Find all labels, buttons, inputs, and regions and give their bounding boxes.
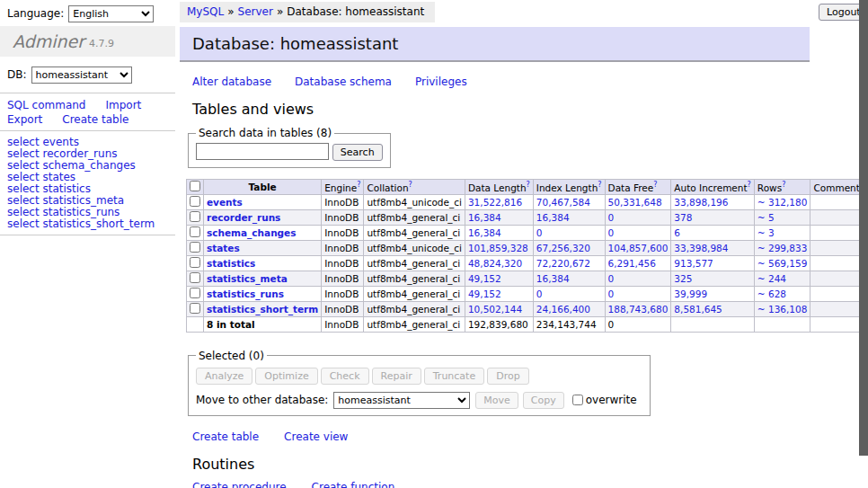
row-checkbox[interactable] bbox=[190, 257, 200, 268]
auto-increment-cell: 378 bbox=[671, 209, 755, 225]
help-icon[interactable]: ? bbox=[782, 181, 785, 189]
analyze-button[interactable]: Analyze bbox=[196, 368, 252, 385]
sidebar-divider bbox=[0, 235, 175, 235]
repair-button[interactable]: Repair bbox=[372, 368, 421, 385]
search-legend: Search data in tables (8) bbox=[196, 127, 334, 139]
table-link-states[interactable]: states bbox=[207, 243, 240, 253]
move-database-select[interactable]: homeassistant bbox=[333, 392, 470, 409]
select-all-checkbox[interactable] bbox=[190, 181, 200, 191]
selected-fieldset: Selected (0) AnalyzeOptimizeCheckRepairT… bbox=[188, 350, 651, 416]
table-link-statistics-short-term[interactable]: statistics_short_term bbox=[207, 304, 318, 315]
breadcrumb-separator: » bbox=[277, 5, 283, 18]
table-header-row: TableEngine?Collation?Data Length?Index … bbox=[187, 179, 867, 194]
create-table-link[interactable]: Create table bbox=[192, 430, 259, 443]
row-checkbox-cell bbox=[187, 225, 204, 240]
collation-cell: utf8mb4_general_ci bbox=[364, 225, 465, 240]
breadcrumb-mysql-link[interactable]: MySQL bbox=[187, 5, 224, 18]
sidebar-select-statistics-short-term-link[interactable]: select statistics_short_term bbox=[7, 218, 174, 230]
data-length-cell: 49,152 bbox=[465, 271, 533, 286]
table-row: recorder_runsInnoDButf8mb4_general_ci16,… bbox=[187, 209, 867, 225]
table-link-statistics-runs[interactable]: statistics_runs bbox=[207, 288, 284, 299]
engine-cell: InnoDB bbox=[322, 255, 364, 271]
row-checkbox[interactable] bbox=[190, 196, 200, 207]
help-icon[interactable]: ? bbox=[598, 181, 601, 189]
scrollbar-thumb[interactable] bbox=[859, 0, 868, 456]
database-schema-link[interactable]: Database schema bbox=[295, 75, 392, 88]
create-function-link[interactable]: Create function bbox=[312, 481, 395, 488]
auto-increment-cell: 913,577 bbox=[671, 255, 755, 271]
move-row: Move to other database: homeassistant Mo… bbox=[196, 392, 642, 409]
import-link[interactable]: Import bbox=[105, 99, 141, 111]
language-select[interactable]: English bbox=[68, 5, 154, 22]
truncate-button[interactable]: Truncate bbox=[424, 368, 484, 385]
adminer-version: 4.7.9 bbox=[89, 34, 114, 49]
column-header-collation: Collation? bbox=[364, 179, 465, 194]
data-free-cell: 0 bbox=[605, 286, 671, 301]
main-content: Alter databaseDatabase schemaPrivileges … bbox=[186, 68, 815, 488]
privileges-link[interactable]: Privileges bbox=[415, 75, 467, 88]
drop-button[interactable]: Drop bbox=[487, 368, 528, 385]
create-procedure-link[interactable]: Create procedure bbox=[192, 481, 287, 488]
auto-increment-cell: 6 bbox=[671, 225, 755, 240]
table-link-schema-changes[interactable]: schema_changes bbox=[207, 227, 297, 238]
sql-command-link[interactable]: SQL command bbox=[7, 99, 85, 111]
search-button[interactable]: Search bbox=[332, 144, 383, 161]
engine-cell: InnoDB bbox=[322, 301, 364, 316]
row-checkbox-cell bbox=[187, 194, 204, 209]
table-link-statistics-meta[interactable]: statistics_meta bbox=[207, 273, 288, 284]
tables-table: TableEngine?Collation?Data Length?Index … bbox=[186, 179, 867, 333]
help-icon[interactable]: ? bbox=[527, 181, 530, 189]
collation-cell: utf8mb4_general_ci bbox=[364, 255, 465, 271]
table-link-statistics[interactable]: statistics bbox=[207, 258, 255, 269]
engine-cell: InnoDB bbox=[322, 225, 364, 240]
check-button[interactable]: Check bbox=[321, 368, 369, 385]
breadcrumb-server-link[interactable]: Server bbox=[238, 5, 273, 18]
sidebar-divider bbox=[0, 93, 175, 93]
data-free-cell: 50,331,648 bbox=[605, 194, 671, 209]
help-icon[interactable]: ? bbox=[653, 181, 657, 189]
data-length-cell: 48,824,320 bbox=[465, 255, 533, 271]
row-checkbox-cell bbox=[187, 271, 204, 286]
language-label: Language: bbox=[7, 7, 64, 20]
row-checkbox[interactable] bbox=[190, 226, 200, 237]
column-header-data-free: Data Free? bbox=[605, 179, 671, 194]
total-engine-cell: InnoDB bbox=[322, 316, 364, 332]
row-checkbox[interactable] bbox=[190, 211, 200, 222]
total-label-cell: 8 in total bbox=[204, 316, 322, 332]
routines-links: Create procedureCreate function bbox=[192, 481, 815, 488]
adminer-logo[interactable]: Adminer bbox=[13, 31, 84, 51]
move-button[interactable]: Move bbox=[475, 392, 518, 409]
search-fieldset: Search data in tables (8) Search bbox=[188, 127, 391, 168]
index-length-cell: 24,166,400 bbox=[533, 301, 605, 316]
row-checkbox[interactable] bbox=[190, 242, 200, 253]
create-view-link[interactable]: Create view bbox=[284, 430, 348, 443]
search-input[interactable] bbox=[196, 143, 329, 160]
help-icon[interactable]: ? bbox=[409, 181, 412, 189]
row-checkbox-cell bbox=[187, 301, 204, 316]
copy-button[interactable]: Copy bbox=[523, 392, 564, 409]
page-title: Database: homeassistant bbox=[192, 34, 398, 53]
rows-cell: ~ 628 bbox=[754, 286, 810, 301]
alter-database-link[interactable]: Alter database bbox=[192, 75, 271, 88]
overwrite-checkbox[interactable] bbox=[572, 395, 583, 405]
row-checkbox[interactable] bbox=[190, 272, 200, 283]
auto-increment-cell: 325 bbox=[671, 271, 755, 286]
row-checkbox[interactable] bbox=[190, 288, 200, 298]
language-row: Language:English bbox=[7, 5, 154, 22]
table-row: statistics_short_termInnoDButf8mb4_gener… bbox=[187, 301, 867, 316]
create-table-link-sidebar[interactable]: Create table bbox=[62, 113, 128, 126]
data-free-cell: 0 bbox=[605, 209, 671, 225]
table-link-events[interactable]: events bbox=[207, 197, 243, 208]
db-select[interactable]: homeassistant bbox=[31, 67, 132, 84]
help-icon[interactable]: ? bbox=[357, 181, 360, 189]
export-link[interactable]: Export bbox=[7, 113, 42, 126]
table-row: statistics_runsInnoDButf8mb4_general_ci4… bbox=[187, 286, 867, 301]
row-checkbox[interactable] bbox=[190, 303, 200, 314]
collation-cell: utf8mb4_general_ci bbox=[364, 301, 465, 316]
help-icon[interactable]: ? bbox=[748, 181, 751, 189]
optimize-button[interactable]: Optimize bbox=[255, 368, 317, 385]
table-link-recorder-runs[interactable]: recorder_runs bbox=[207, 212, 280, 223]
data-length-cell: 31,522,816 bbox=[465, 194, 533, 209]
column-header-index-length: Index Length? bbox=[533, 179, 605, 194]
scrollbar-track[interactable] bbox=[859, 0, 868, 488]
